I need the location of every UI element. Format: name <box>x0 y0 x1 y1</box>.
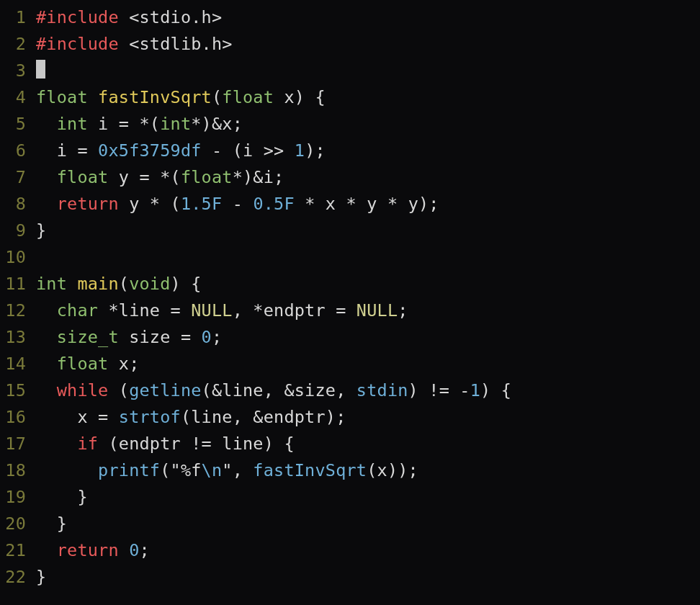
token-esc: \n <box>202 460 223 480</box>
token-ident: line <box>191 407 232 427</box>
code-line[interactable]: 19 } <box>0 484 700 511</box>
code-content[interactable]: #include <stdio.h> <box>36 4 700 31</box>
code-line[interactable]: 14 float x; <box>0 351 700 377</box>
token-op: = <box>88 407 119 427</box>
token-ident: i <box>264 167 274 187</box>
token-num: 1.5F <box>181 194 222 214</box>
code-editor[interactable]: 1#include <stdio.h>2#include <stdlib.h>3… <box>0 4 700 591</box>
token-kwT: void <box>129 274 170 294</box>
token-op: ); <box>305 140 326 161</box>
token-op: , * <box>233 300 264 321</box>
token-kwT: int <box>160 114 191 134</box>
token-op: - ( <box>202 140 243 161</box>
token-ident: line <box>222 434 263 454</box>
code-line[interactable]: 9} <box>0 218 700 244</box>
token-op <box>88 114 98 134</box>
token-ident: x <box>119 354 129 374</box>
token-op: = <box>160 300 191 321</box>
code-content[interactable]: } <box>36 218 700 244</box>
line-number: 18 <box>0 457 36 484</box>
code-line[interactable]: 16 x = strtof(line, &endptr); <box>0 404 700 431</box>
code-content[interactable]: float fastInvSqrt(float x) { <box>36 84 700 111</box>
code-content[interactable]: } <box>36 564 700 591</box>
code-content[interactable]: printf("%f\n", fastInvSqrt(x)); <box>36 457 700 484</box>
token-ident: endptr <box>119 434 181 454</box>
token-op: ); <box>326 407 346 427</box>
token-fn: fastInvSqrt <box>253 460 367 480</box>
line-number: 22 <box>0 564 36 591</box>
token-fn: strtof <box>119 407 181 427</box>
code-content[interactable]: int i = *(int*)&x; <box>36 111 700 138</box>
code-line[interactable]: 20 } <box>0 511 700 537</box>
token-op: )); <box>387 460 418 480</box>
token-num: 0 <box>129 540 139 560</box>
code-content[interactable]: i = 0x5f3759df - (i >> 1); <box>36 138 700 164</box>
token-op <box>119 194 129 214</box>
line-number: 13 <box>0 324 36 351</box>
code-content[interactable]: if (endptr != line) { <box>36 431 700 457</box>
token-ident: i <box>98 114 108 134</box>
code-content[interactable]: float y = *(float*)&i; <box>36 164 700 191</box>
code-line[interactable]: 15 while (getline(&line, &size, stdin) !… <box>0 377 700 404</box>
token-op: ( <box>98 434 119 454</box>
token-op: * <box>295 194 326 214</box>
code-line[interactable]: 2#include <stdlib.h> <box>0 31 700 58</box>
token-op <box>36 194 57 214</box>
line-number: 7 <box>0 164 36 191</box>
token-op: (& <box>202 380 223 400</box>
code-content[interactable]: size_t size = 0; <box>36 324 700 351</box>
token-pp: #include <box>36 7 119 27</box>
code-content[interactable]: int main(void) { <box>36 271 700 297</box>
token-op: ) { <box>480 380 511 400</box>
code-content[interactable]: char *line = NULL, *endptr = NULL; <box>36 297 700 324</box>
code-content[interactable]: return 0; <box>36 537 700 564</box>
code-line[interactable]: 5 int i = *(int*)&x; <box>0 111 700 138</box>
token-op <box>119 34 129 54</box>
code-content[interactable]: } <box>36 511 700 537</box>
token-op: , <box>233 460 253 480</box>
code-line[interactable]: 7 float y = *(float*)&i; <box>0 164 700 191</box>
code-line[interactable]: 18 printf("%f\n", fastInvSqrt(x)); <box>0 457 700 484</box>
token-kwT: size_t <box>57 327 119 347</box>
line-number: 2 <box>0 31 36 58</box>
code-content[interactable]: x = strtof(line, &endptr); <box>36 404 700 431</box>
code-content[interactable]: } <box>36 484 700 511</box>
code-line[interactable]: 22} <box>0 564 700 591</box>
token-op: - <box>222 194 253 214</box>
code-content[interactable]: float x; <box>36 351 700 377</box>
token-op: = *( <box>129 167 181 187</box>
code-line[interactable]: 3 <box>0 58 700 84</box>
token-ident: line <box>222 380 263 400</box>
token-qstr: "%f <box>171 460 202 480</box>
code-content[interactable] <box>36 58 700 84</box>
code-line[interactable]: 8 return y * (1.5F - 0.5F * x * y * y); <box>0 191 700 218</box>
code-line[interactable]: 4float fastInvSqrt(float x) { <box>0 84 700 111</box>
token-ident: endptr <box>264 407 326 427</box>
code-line[interactable]: 6 i = 0x5f3759df - (i >> 1); <box>0 138 700 164</box>
token-op <box>88 87 98 107</box>
line-number: 1 <box>0 4 36 31</box>
code-content[interactable] <box>36 244 700 271</box>
code-content[interactable]: #include <stdlib.h> <box>36 31 700 58</box>
token-op <box>36 407 77 427</box>
token-ident: endptr <box>264 300 326 321</box>
code-line[interactable]: 11int main(void) { <box>0 271 700 297</box>
code-line[interactable]: 21 return 0; <box>0 537 700 564</box>
token-op: ( <box>367 460 377 480</box>
code-line[interactable]: 1#include <stdio.h> <box>0 4 700 31</box>
token-ident: size <box>295 380 336 400</box>
line-number: 15 <box>0 377 36 404</box>
token-kwT: int <box>36 274 67 294</box>
code-line[interactable]: 10 <box>0 244 700 271</box>
token-kwT: float <box>36 87 88 107</box>
code-line[interactable]: 12 char *line = NULL, *endptr = NULL; <box>0 297 700 324</box>
code-line[interactable]: 13 size_t size = 0; <box>0 324 700 351</box>
token-op: ) { <box>264 434 295 454</box>
token-str: <stdio.h> <box>129 7 222 27</box>
code-content[interactable]: while (getline(&line, &size, stdin) != -… <box>36 377 700 404</box>
code-line[interactable]: 17 if (endptr != line) { <box>0 431 700 457</box>
token-op <box>36 327 57 347</box>
code-content[interactable]: return y * (1.5F - 0.5F * x * y * y); <box>36 191 700 218</box>
token-op: , <box>336 380 356 400</box>
token-dfn: fastInvSqrt <box>98 87 212 107</box>
